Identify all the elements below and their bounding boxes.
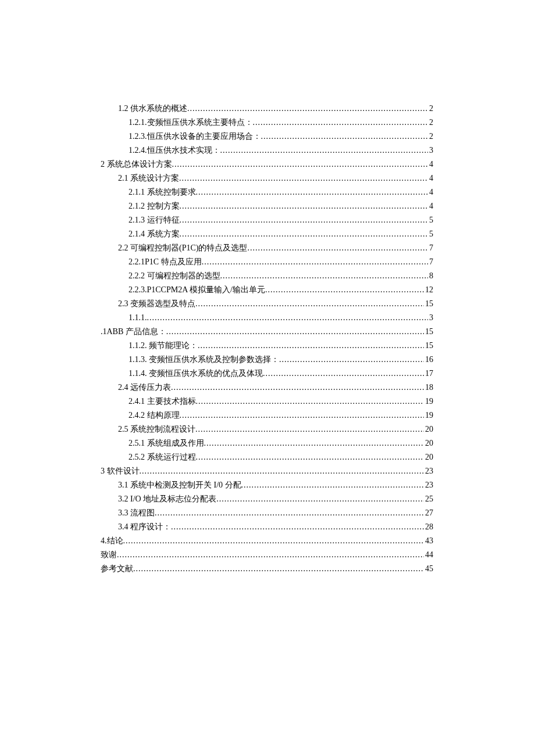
toc-entry: 2.1.2 控制方案4 [101, 199, 433, 213]
toc-leader-dots [195, 422, 424, 436]
toc-leader-dots [202, 255, 428, 269]
toc-page-number: 27 [424, 506, 433, 520]
toc-label: 1.1.2. 频节能理论： [129, 339, 198, 353]
toc-leader-dots [265, 283, 424, 297]
toc-label: .1ABB 产品信息： [101, 325, 166, 339]
toc-entry: 2.1.1 系统控制要求4 [101, 185, 433, 199]
toc-label: 2.5 系统控制流程设计 [118, 422, 195, 436]
toc-page-number: 4 [428, 171, 433, 185]
toc-leader-dots [172, 157, 429, 171]
toc-entry: 3.2 I/O 地址及标志位分配表25 [101, 492, 433, 506]
toc-page-number: 23 [424, 464, 433, 478]
toc-leader-dots [196, 395, 425, 409]
toc-page-number: 20 [424, 450, 433, 464]
toc-page-number: 15 [424, 297, 433, 311]
toc-page-number: 4 [428, 199, 433, 213]
toc-entry: 2.5.2 系统运行过程20 [101, 450, 433, 464]
toc-entry: 4.结论43 [101, 534, 433, 548]
toc-entry: 1.1.3. 变频恒压供水系统及控制参数选择： 16 [101, 353, 433, 367]
toc-page-number: 43 [424, 534, 433, 548]
toc-entry: 3.1 系统中检测及控制开关 I/0 分配 23 [101, 478, 433, 492]
toc-page-number: 15 [424, 325, 433, 339]
toc-leader-dots [117, 548, 424, 562]
toc-label: 2.5.2 系统运行过程 [129, 450, 196, 464]
toc-label: 参考文献 [101, 562, 133, 576]
toc-page-number: 5 [428, 213, 433, 227]
toc-page-number: 2 [428, 116, 433, 130]
toc-label: 3.4 程序设计： [118, 520, 171, 534]
toc-label: 1.1.3. 变频恒压供水系统及控制参数选择： [129, 353, 279, 367]
toc-entry: 2 系统总体设计方案4 [101, 157, 433, 171]
toc-page-number: 3 [428, 144, 433, 157]
toc-label: 1.2.4.恒压供水技术实现： [129, 144, 220, 157]
toc-label: 2.1.4 系统方案 [129, 227, 180, 241]
toc-label: 2.4.2 结构原理 [129, 409, 180, 422]
toc-page-number: 15 [424, 339, 433, 353]
toc-leader-dots [261, 130, 429, 144]
toc-leader-dots [195, 297, 424, 311]
toc-entry: 1.2.4.恒压供水技术实现： 3 [101, 144, 433, 157]
toc-page-number: 7 [428, 241, 433, 255]
toc-label: 4.结论 [101, 534, 123, 548]
toc-entry: 2.2.1P1C 特点及应用7 [101, 255, 433, 269]
toc-label: 2.2.2 可编程控制器的选型 [129, 269, 220, 283]
toc-label: 2.4.1 主要技术指标 [129, 395, 196, 409]
toc-label: 2.1.2 控制方案 [129, 199, 180, 213]
toc-leader-dots [133, 562, 424, 576]
toc-leader-dots [196, 450, 425, 464]
toc-entry: 1.2.3.恒压供水设备的主要应用场合： 2 [101, 130, 433, 144]
toc-entry: 2.2 可编程控制器(P1C)的特点及选型7 [101, 241, 433, 255]
toc-leader-dots [241, 478, 424, 492]
toc-leader-dots [263, 367, 424, 381]
toc-label: 3.2 I/O 地址及标志位分配表 [118, 492, 216, 506]
toc-page-number: 3 [428, 311, 433, 325]
toc-leader-dots [220, 144, 429, 157]
toc-page-number: 28 [424, 520, 433, 534]
toc-label: 2 系统总体设计方案 [101, 157, 172, 171]
toc-leader-dots [180, 227, 429, 241]
toc-label: 2.2.1P1C 特点及应用 [129, 255, 202, 269]
toc-page-number: 44 [424, 548, 433, 562]
toc-entry: 1.2 供水系统的概述 2 [101, 102, 433, 116]
toc-page-number: 2 [428, 130, 433, 144]
toc-page-number: 20 [424, 436, 433, 450]
toc-page-number: 4 [428, 185, 433, 199]
toc-leader-dots [171, 520, 424, 534]
toc-leader-dots [216, 492, 424, 506]
toc-leader-dots [180, 213, 429, 227]
toc-page-number: 20 [424, 422, 433, 436]
toc-entry: 2.2.3.P1CCPM2A 模拟量输入/输出单元12 [101, 283, 433, 297]
toc-entry: 1.2.1.变频恒压供水系统主要特点： 2 [101, 116, 433, 130]
toc-leader-dots [220, 269, 429, 283]
toc-leader-dots [196, 185, 429, 199]
toc-leader-dots [253, 116, 429, 130]
toc-entry: 致谢 44 [101, 548, 433, 562]
toc-label: 2.1.3 运行特征 [129, 213, 180, 227]
toc-entry: 3.3 流程图 27 [101, 506, 433, 520]
toc-entry: 2.3 变频器选型及特点 15 [101, 297, 433, 311]
toc-leader-dots [180, 409, 425, 422]
toc-entry: 3.4 程序设计： 28 [101, 520, 433, 534]
toc-label: 2.3 变频器选型及特点 [118, 297, 195, 311]
toc-label: 2.2 可编程控制器(P1C)的特点及选型 [118, 241, 247, 255]
table-of-contents: 1.2 供水系统的概述 21.2.1.变频恒压供水系统主要特点： 21.2.3.… [101, 102, 433, 576]
toc-page-number: 19 [424, 395, 433, 409]
toc-label: 1.1.1. [129, 311, 147, 325]
toc-label: 3.3 流程图 [118, 506, 155, 520]
toc-page-number: 18 [424, 381, 433, 395]
toc-leader-dots [179, 171, 428, 185]
toc-label: 1.2.3.恒压供水设备的主要应用场合： [129, 130, 261, 144]
toc-label: 2.2.3.P1CCPM2A 模拟量输入/输出单元 [129, 283, 265, 297]
toc-page-number: 16 [424, 353, 433, 367]
toc-label: 2.1.1 系统控制要求 [129, 185, 196, 199]
toc-page-number: 45 [424, 562, 433, 576]
toc-label: 3.1 系统中检测及控制开关 I/0 分配 [118, 478, 241, 492]
toc-label: 致谢 [101, 548, 117, 562]
toc-page-number: 19 [424, 409, 433, 422]
toc-entry: 2.5.1 系统组成及作用20 [101, 436, 433, 450]
toc-leader-dots [279, 353, 424, 367]
toc-label: 1.2.1.变频恒压供水系统主要特点： [129, 116, 253, 130]
toc-leader-dots [155, 506, 424, 520]
toc-leader-dots [171, 381, 424, 395]
toc-label: 2.1 系统设计方案 [118, 171, 179, 185]
